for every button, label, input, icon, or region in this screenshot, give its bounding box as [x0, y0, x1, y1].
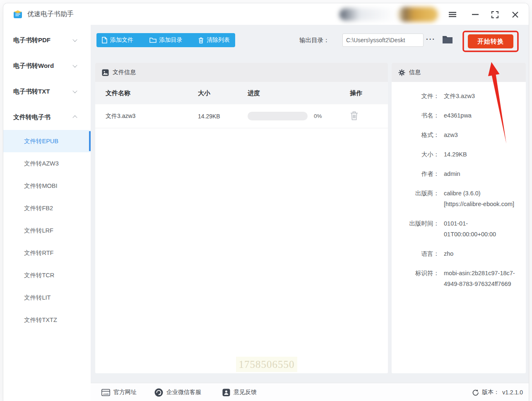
- cell-file-name: 文件3.azw3: [106, 113, 198, 120]
- wechat-service-icon: [154, 388, 163, 397]
- maximize-button[interactable]: [489, 8, 501, 21]
- info-field-file: 文件：文件3.azw3: [392, 91, 526, 101]
- col-file-name: 文件名称: [106, 89, 198, 97]
- redacted-vip-badge[interactable]: [397, 7, 438, 22]
- cell-action: [350, 111, 388, 122]
- file-panel-title: 文件信息: [113, 69, 136, 76]
- col-size: 大小: [198, 89, 248, 97]
- chevron-down-icon: [72, 89, 77, 93]
- progress-bar: [248, 112, 308, 120]
- version-value: v1.2.1.0: [502, 389, 523, 396]
- chevron-down-icon: [72, 37, 77, 42]
- sidebar: 电子书转PDF 电子书转Word 电子书转TXT 文件转电子书 文件转EPUB …: [3, 25, 91, 401]
- table-row: 文件3.azw3 14.29KB 0%: [95, 104, 388, 128]
- progress-percent-label: 0%: [314, 113, 322, 119]
- update-check-icon[interactable]: [472, 389, 479, 396]
- sidebar-item-file-to-txtz[interactable]: 文件转TXTZ: [3, 309, 91, 331]
- file-icon: [102, 37, 107, 43]
- sidebar-item-file-to-lit[interactable]: 文件转LIT: [3, 286, 91, 309]
- sidebar-group-ebook-to-word[interactable]: 电子书转Word: [3, 53, 91, 79]
- screenshot-stage: 优速电子书助手 电子书转PDF: [0, 0, 532, 401]
- sidebar-item-file-to-epub[interactable]: 文件转EPUB: [3, 130, 91, 152]
- gear-icon: [398, 69, 405, 76]
- feedback-icon: [222, 389, 230, 396]
- chevron-up-icon: [72, 115, 77, 120]
- version-label: 版本：: [482, 389, 499, 396]
- info-field-pub-date: 出版时间：0101-01-01T00:00:00+00:00: [392, 218, 526, 240]
- info-fields: 文件：文件3.azw3 书名：e4361pwa 格式：azw3 大小：14.29…: [392, 82, 526, 289]
- sidebar-item-file-to-fb2[interactable]: 文件转FB2: [3, 197, 91, 219]
- close-button[interactable]: [509, 8, 521, 21]
- info-panel-header: 信息: [392, 63, 526, 82]
- trash-icon: [198, 37, 204, 43]
- start-convert-button[interactable]: 开始转换: [468, 34, 513, 48]
- file-table-header: 文件名称 大小 进度 操作: [95, 82, 388, 104]
- cell-progress: 0%: [248, 112, 350, 120]
- content-area: 添加文件 添加目录 清除列表 输出目录： ···: [91, 25, 529, 401]
- svg-text:.com: .com: [103, 392, 109, 395]
- output-dir-input[interactable]: [342, 34, 424, 47]
- sidebar-group-file-to-ebook[interactable]: 文件转电子书: [3, 104, 91, 130]
- info-field-author: 作者：admin: [392, 168, 526, 179]
- output-dir-label: 输出目录：: [299, 25, 330, 55]
- version-info: 版本：v1.2.1.0: [472, 383, 523, 401]
- delete-row-icon[interactable]: [350, 111, 359, 120]
- info-field-identifier: 标识符：mobi-asin:2b281c97-18c7-4949-8783-97…: [392, 268, 526, 289]
- wechat-support-link[interactable]: 企业微信客服: [154, 383, 201, 401]
- info-panel: 信息 文件：文件3.azw3 书名：e4361pwa 格式：azw3 大小：14…: [392, 63, 526, 373]
- app-window: 优速电子书助手 电子书转PDF: [3, 3, 529, 401]
- app-title: 优速电子书助手: [27, 10, 74, 19]
- sidebar-group-label: 文件转电子书: [13, 113, 51, 121]
- info-field-book-name: 书名：e4361pwa: [392, 110, 526, 121]
- clear-list-button[interactable]: 清除列表: [198, 36, 230, 44]
- file-panel-header: 文件信息: [95, 63, 388, 82]
- sidebar-group-label: 电子书转Word: [13, 62, 54, 70]
- wechat-support-label: 企业微信客服: [166, 389, 201, 396]
- sidebar-item-file-to-tcr[interactable]: 文件转TCR: [3, 264, 91, 286]
- col-progress: 进度: [248, 89, 350, 97]
- add-file-button[interactable]: 添加文件: [102, 36, 133, 44]
- add-folder-button[interactable]: 添加目录: [149, 36, 183, 44]
- redacted-account-badge[interactable]: [339, 8, 397, 21]
- official-website-label: 官方网址: [113, 389, 137, 396]
- add-file-label: 添加文件: [110, 36, 133, 44]
- info-field-publisher: 出版商：calibre (3.6.0) [https://calibre-ebo…: [392, 188, 526, 209]
- file-list-panel: 文件信息 文件名称 大小 进度 操作 文件3.azw3 14.29KB 0%: [95, 63, 388, 373]
- sidebar-group-label: 电子书转PDF: [13, 36, 51, 44]
- sidebar-item-file-to-mobi[interactable]: 文件转MOBI: [3, 175, 91, 197]
- chevron-down-icon: [72, 63, 77, 67]
- clear-list-label: 清除列表: [207, 36, 230, 44]
- info-field-format: 格式：azw3: [392, 130, 526, 140]
- open-output-folder-icon[interactable]: [442, 35, 454, 44]
- sidebar-item-file-to-lrf[interactable]: 文件转LRF: [3, 219, 91, 242]
- feedback-label: 意见反馈: [234, 389, 257, 396]
- footer-bar: .com 官方网址 企业微信客服: [91, 383, 529, 401]
- official-website-link[interactable]: .com 官方网址: [101, 383, 137, 401]
- menu-button[interactable]: [446, 8, 459, 21]
- sidebar-item-file-to-azw3[interactable]: 文件转AZW3: [3, 152, 91, 175]
- title-bar: 优速电子书助手: [3, 3, 529, 25]
- info-field-language: 语言：zho: [392, 248, 526, 259]
- browse-more-button[interactable]: ···: [426, 33, 436, 47]
- sidebar-item-file-to-rtf[interactable]: 文件转RTF: [3, 242, 91, 264]
- info-field-size: 大小：14.29KB: [392, 149, 526, 160]
- sidebar-group-ebook-to-txt[interactable]: 电子书转TXT: [3, 79, 91, 104]
- watermark: 1758506550: [236, 357, 297, 372]
- col-action: 操作: [350, 89, 388, 97]
- feedback-link[interactable]: 意见反馈: [222, 383, 257, 401]
- sidebar-group-label: 电子书转TXT: [13, 88, 50, 96]
- sidebar-group-ebook-to-pdf[interactable]: 电子书转PDF: [3, 27, 91, 53]
- website-icon: .com: [101, 389, 110, 396]
- image-icon: [102, 69, 109, 76]
- app-logo-icon: [12, 9, 23, 19]
- info-panel-title: 信息: [409, 69, 421, 76]
- list-actions-group: 添加文件 添加目录 清除列表: [96, 33, 235, 47]
- folder-icon: [149, 37, 156, 43]
- cell-file-size: 14.29KB: [198, 113, 248, 120]
- add-folder-label: 添加目录: [159, 36, 183, 44]
- minimize-button[interactable]: [469, 8, 481, 21]
